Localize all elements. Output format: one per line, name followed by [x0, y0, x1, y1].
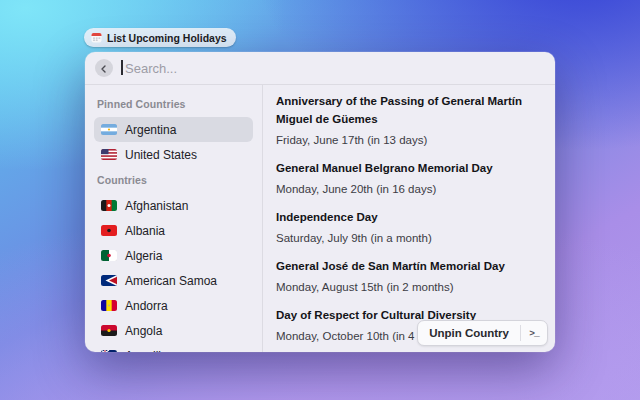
- anguilla-flag-icon: [101, 350, 117, 352]
- sidebar-item-andorra[interactable]: Andorra: [94, 293, 253, 318]
- launcher-tag[interactable]: List Upcoming Holidays: [84, 28, 236, 47]
- holiday-title: General Manuel Belgrano Memorial Day: [276, 159, 539, 177]
- search-input[interactable]: [121, 61, 545, 76]
- sidebar-item-albania[interactable]: Albania: [94, 218, 253, 243]
- holiday-item: Independence DaySaturday, July 9th (in a…: [276, 208, 539, 247]
- window-body: Pinned CountriesArgentinaUnited StatesCo…: [85, 85, 555, 352]
- country-label: Albania: [125, 224, 165, 238]
- country-label: United States: [125, 148, 197, 162]
- sidebar-item-afghanistan[interactable]: Afghanistan: [94, 193, 253, 218]
- chevron-left-icon: [100, 59, 108, 77]
- calendar-icon: [91, 32, 102, 43]
- american-samoa-flag-icon: [101, 275, 117, 286]
- sidebar-item-united-states[interactable]: United States: [94, 142, 253, 167]
- holiday-title: Independence Day: [276, 208, 539, 226]
- sidebar-item-argentina[interactable]: Argentina: [94, 117, 253, 142]
- search-field-wrap: [121, 52, 545, 84]
- text-cursor: [121, 60, 123, 75]
- country-label: Andorra: [125, 299, 168, 313]
- angola-flag-icon: [101, 325, 117, 336]
- holiday-date: Saturday, July 9th (in a month): [276, 229, 539, 247]
- argentina-flag-icon: [101, 124, 117, 135]
- country-label: Angola: [125, 324, 162, 338]
- desktop-background: List Upcoming Holidays Pinned CountriesA…: [0, 0, 640, 400]
- holiday-item: General José de San Martín Memorial DayM…: [276, 257, 539, 296]
- sidebar-item-algeria[interactable]: Algeria: [94, 243, 253, 268]
- launcher-tag-label: List Upcoming Holidays: [107, 32, 227, 44]
- holiday-list: Anniversary of the Passing of General Ma…: [276, 92, 539, 345]
- holiday-item: General Manuel Belgrano Memorial DayMond…: [276, 159, 539, 198]
- actions-shortcut-button[interactable]: >_: [521, 321, 547, 345]
- algeria-flag-icon: [101, 250, 117, 261]
- andorra-flag-icon: [101, 300, 117, 311]
- country-label: Argentina: [125, 123, 176, 137]
- search-bar: [85, 52, 555, 85]
- country-label: Anguilla: [125, 349, 168, 353]
- afghanistan-flag-icon: [101, 200, 117, 211]
- section-header: Pinned Countries: [97, 98, 253, 110]
- detail-panel: Anniversary of the Passing of General Ma…: [263, 85, 555, 352]
- country-label: Algeria: [125, 249, 162, 263]
- united-states-flag-icon: [101, 149, 117, 160]
- holiday-title: General José de San Martín Memorial Day: [276, 257, 539, 275]
- sidebar: Pinned CountriesArgentinaUnited StatesCo…: [85, 85, 263, 352]
- albania-flag-icon: [101, 225, 117, 236]
- sidebar-item-american-samoa[interactable]: American Samoa: [94, 268, 253, 293]
- sidebar-item-angola[interactable]: Angola: [94, 318, 253, 343]
- country-label: American Samoa: [125, 274, 217, 288]
- footer-actions: Unpin Country >_: [417, 320, 548, 346]
- section-header: Countries: [97, 174, 253, 186]
- holiday-date: Monday, June 20th (in 16 days): [276, 180, 539, 198]
- sidebar-item-anguilla[interactable]: Anguilla: [94, 343, 253, 352]
- main-window: Pinned CountriesArgentinaUnited StatesCo…: [85, 52, 555, 352]
- holiday-title: Anniversary of the Passing of General Ma…: [276, 92, 539, 128]
- unpin-country-button[interactable]: Unpin Country: [418, 321, 520, 345]
- holiday-date: Friday, June 17th (in 13 days): [276, 131, 539, 149]
- country-label: Afghanistan: [125, 199, 188, 213]
- terminal-prompt-icon: >_: [529, 328, 538, 339]
- back-button[interactable]: [95, 59, 113, 77]
- holiday-date: Monday, August 15th (in 2 months): [276, 278, 539, 296]
- holiday-item: Anniversary of the Passing of General Ma…: [276, 92, 539, 149]
